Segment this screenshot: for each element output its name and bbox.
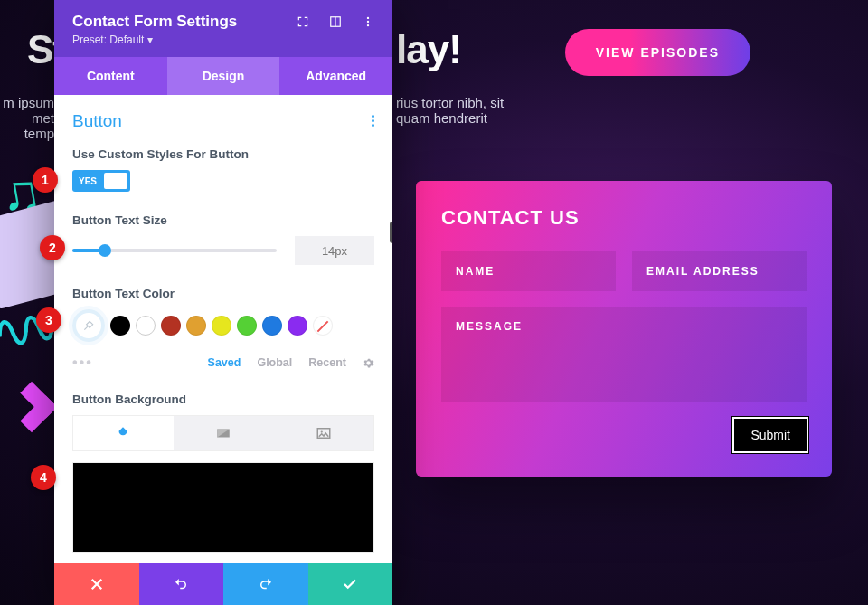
panel-title: Contact Form Settings [72, 13, 237, 31]
color-tab-global[interactable]: Global [257, 356, 292, 369]
view-episodes-button[interactable]: VIEW EPISODES [565, 29, 750, 76]
wireframe-icon[interactable] [329, 15, 342, 28]
toggle-yes-label: YES [72, 176, 97, 186]
bg-color-preview[interactable] [72, 462, 374, 553]
bg-type-tabs [72, 415, 374, 451]
bg-para-right: rius tortor nibh, sit quam hendrerit [396, 95, 554, 126]
annotation-badge-4: 4 [31, 465, 56, 490]
settings-panel: Contact Form Settings Preset: Default ▾ … [54, 0, 392, 605]
preset-label: Preset: Default [72, 33, 144, 46]
image-icon [316, 425, 332, 441]
toggle-knob [104, 173, 127, 189]
swatch-orange[interactable] [186, 316, 206, 336]
bg-para-left-2: met temp [24, 110, 54, 141]
email-field[interactable] [632, 251, 807, 291]
color-tab-recent[interactable]: Recent [308, 356, 346, 369]
tab-advanced[interactable]: Advanced [279, 57, 392, 95]
tab-design[interactable]: Design [167, 57, 280, 95]
decor-arrow-icon [6, 382, 58, 433]
panel-footer [54, 563, 392, 605]
section-menu-icon[interactable] [372, 115, 374, 127]
opt-text-color: Button Text Color ••• Saved Global Re [72, 287, 374, 371]
bg-para-left-1: m ipsum [3, 95, 54, 110]
message-field[interactable] [441, 307, 807, 402]
svg-point-3 [367, 21, 369, 23]
undo-button[interactable] [139, 563, 224, 605]
swatch-darkred[interactable] [161, 316, 181, 336]
submit-button[interactable]: Submit [734, 419, 807, 451]
panel-header: Contact Form Settings Preset: Default ▾ [54, 0, 392, 57]
undo-icon [173, 576, 189, 592]
color-tabs: ••• Saved Global Recent [72, 354, 374, 371]
svg-point-2 [367, 17, 369, 19]
bg-headline-right: lay! [396, 27, 461, 72]
svg-point-7 [320, 430, 322, 432]
color-picker-current[interactable] [72, 309, 105, 342]
section-title: Button [72, 111, 374, 131]
gear-icon[interactable] [363, 357, 374, 369]
paint-drop-icon [115, 425, 131, 441]
bg-para-right-1: rius tortor nibh, sit [396, 95, 504, 110]
swatch-yellow[interactable] [212, 316, 231, 336]
bg-tab-image[interactable] [273, 416, 373, 450]
color-swatches [72, 309, 374, 342]
opt-text-color-label: Button Text Color [72, 287, 374, 300]
annotation-badge-2: 2 [40, 235, 65, 260]
tabs-bar: Content Design Advanced [54, 57, 392, 95]
scrollbar-thumb[interactable] [390, 222, 392, 243]
bg-tab-gradient[interactable] [174, 416, 274, 450]
swatch-black[interactable] [110, 316, 130, 336]
annotation-badge-1: 1 [33, 167, 58, 193]
bg-para-right-2: quam hendrerit [396, 110, 487, 126]
chevron-down-icon: ▾ [147, 33, 153, 46]
more-swatches-icon[interactable]: ••• [72, 354, 93, 371]
bg-tab-color[interactable] [73, 416, 174, 450]
bg-para-left: m ipsum met temp [0, 95, 54, 141]
preset-selector[interactable]: Preset: Default ▾ [72, 33, 153, 57]
tab-content[interactable]: Content [54, 57, 167, 95]
contact-title: CONTACT US [441, 206, 807, 230]
contact-form-card: CONTACT US Submit [416, 181, 832, 477]
opt-use-custom-styles: Use Custom Styles For Button YES [72, 147, 374, 192]
swatch-blue[interactable] [262, 316, 282, 336]
panel-body: Button Use Custom Styles For Button YES … [54, 95, 392, 563]
swatch-green[interactable] [237, 316, 257, 336]
opt-button-bg-label: Button Background [72, 392, 374, 406]
kebab-menu-icon[interactable] [362, 15, 374, 28]
opt-use-custom-label: Use Custom Styles For Button [72, 147, 374, 161]
save-button[interactable] [308, 563, 393, 605]
annotation-badge-3: 3 [36, 307, 61, 333]
opt-text-size-label: Button Text Size [72, 213, 374, 227]
swatch-purple[interactable] [288, 316, 307, 336]
focus-mode-icon[interactable] [297, 15, 309, 28]
gradient-icon [215, 425, 231, 441]
check-icon [342, 576, 358, 592]
color-tab-saved[interactable]: Saved [208, 356, 241, 369]
use-custom-toggle[interactable]: YES [72, 170, 130, 192]
text-size-slider[interactable] [72, 249, 277, 252]
svg-point-4 [367, 24, 369, 26]
redo-button[interactable] [223, 563, 308, 605]
swatch-white[interactable] [136, 316, 156, 336]
swatch-none[interactable] [313, 316, 333, 336]
opt-text-size: Button Text Size [72, 213, 374, 265]
text-size-input[interactable] [295, 236, 374, 265]
cancel-button[interactable] [54, 563, 139, 605]
close-icon [89, 576, 105, 592]
name-field[interactable] [441, 251, 616, 291]
opt-button-bg: Button Background [72, 392, 374, 553]
redo-icon [258, 576, 274, 592]
eyedropper-icon [82, 319, 95, 332]
